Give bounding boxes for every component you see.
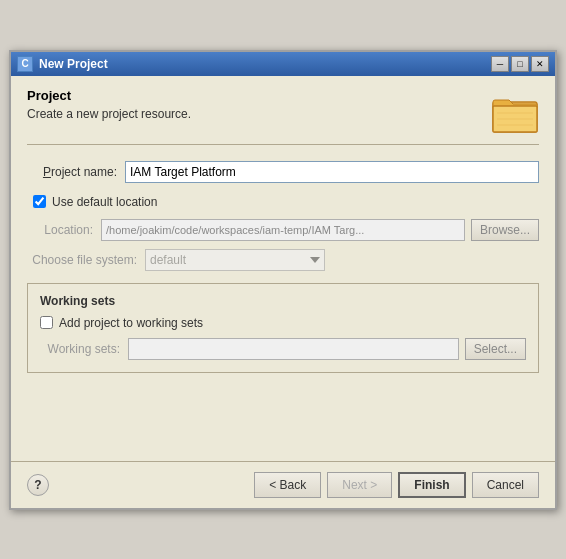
- working-sets-title: Working sets: [40, 294, 526, 308]
- location-row: Location: Browse...: [27, 219, 539, 241]
- working-sets-input[interactable]: [128, 338, 459, 360]
- dialog-content: Project Create a new project resource. P…: [11, 76, 555, 461]
- minimize-button[interactable]: ─: [491, 56, 509, 72]
- section-title-area: Project Create a new project resource.: [27, 88, 491, 121]
- next-button[interactable]: Next >: [327, 472, 392, 498]
- title-bar: C New Project ─ □ ✕: [11, 52, 555, 76]
- bottom-left: ?: [27, 474, 49, 496]
- use-default-checkbox[interactable]: [33, 195, 46, 208]
- new-project-dialog: C New Project ─ □ ✕ Project Create a new…: [9, 50, 557, 510]
- use-default-label[interactable]: Use default location: [52, 195, 157, 209]
- select-working-sets-button[interactable]: Select...: [465, 338, 526, 360]
- title-bar-buttons: ─ □ ✕: [491, 56, 549, 72]
- filesystem-label: Choose file system:: [27, 253, 137, 267]
- add-to-working-sets-label[interactable]: Add project to working sets: [59, 316, 203, 330]
- working-sets-label: Working sets:: [40, 342, 120, 356]
- form-area: Project name: Use default location Locat…: [27, 161, 539, 373]
- folder-icon: [491, 88, 539, 136]
- project-name-label: Project name:: [27, 165, 117, 179]
- content-spacer: [27, 385, 539, 445]
- help-button[interactable]: ?: [27, 474, 49, 496]
- close-button[interactable]: ✕: [531, 56, 549, 72]
- filesystem-row: Choose file system: default: [27, 249, 539, 271]
- working-sets-input-row: Working sets: Select...: [40, 338, 526, 360]
- cancel-button[interactable]: Cancel: [472, 472, 539, 498]
- use-default-row: Use default location: [33, 195, 539, 209]
- section-title: Project: [27, 88, 491, 103]
- add-to-working-sets-checkbox[interactable]: [40, 316, 53, 329]
- dialog-title: New Project: [39, 57, 108, 71]
- location-input[interactable]: [101, 219, 465, 241]
- maximize-button[interactable]: □: [511, 56, 529, 72]
- section-header: Project Create a new project resource.: [27, 88, 539, 145]
- section-subtitle: Create a new project resource.: [27, 107, 491, 121]
- title-bar-left: C New Project: [17, 56, 108, 72]
- bottom-bar: ? < Back Next > Finish Cancel: [11, 461, 555, 508]
- working-sets-section: Working sets Add project to working sets…: [27, 283, 539, 373]
- bottom-buttons: < Back Next > Finish Cancel: [254, 472, 539, 498]
- back-button[interactable]: < Back: [254, 472, 321, 498]
- project-name-row: Project name:: [27, 161, 539, 183]
- app-icon: C: [17, 56, 33, 72]
- browse-button[interactable]: Browse...: [471, 219, 539, 241]
- filesystem-select[interactable]: default: [145, 249, 325, 271]
- project-name-input[interactable]: [125, 161, 539, 183]
- add-to-working-sets-row: Add project to working sets: [40, 316, 526, 330]
- finish-button[interactable]: Finish: [398, 472, 465, 498]
- location-label: Location:: [27, 223, 93, 237]
